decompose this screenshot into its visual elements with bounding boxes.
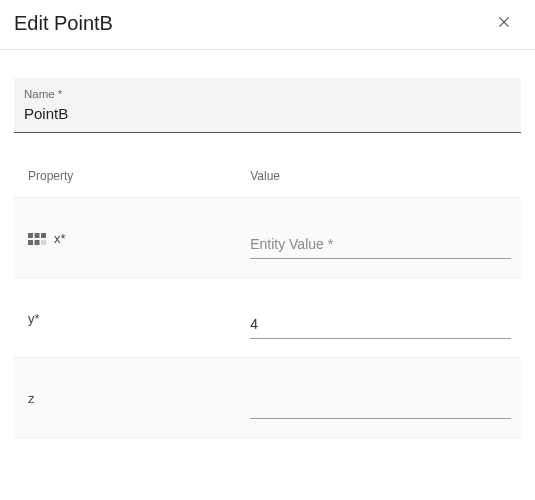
svg-rect-3 (35, 233, 40, 238)
name-label: Name * (24, 88, 511, 100)
table-row: y* (14, 278, 521, 358)
table-row: x* (14, 198, 521, 278)
dialog-content: Name * Property Value (0, 50, 535, 438)
value-cell (250, 378, 511, 419)
value-cell (250, 298, 511, 339)
table-header-row: Property Value (14, 157, 521, 198)
svg-rect-4 (41, 233, 46, 238)
property-label: z (28, 391, 35, 406)
property-label: x* (54, 231, 66, 246)
value-input-x[interactable] (250, 232, 511, 259)
value-input-z[interactable] (250, 392, 511, 419)
table-row: z (14, 358, 521, 438)
svg-rect-2 (28, 233, 33, 238)
column-header-value: Value (250, 169, 511, 183)
property-cell: x* (28, 231, 250, 246)
grid-cards-icon (28, 232, 46, 246)
name-field-container: Name * (14, 78, 521, 133)
close-icon (496, 14, 512, 34)
property-cell: y* (28, 311, 250, 326)
column-header-property: Property (28, 169, 250, 183)
table-body: x* y* z (14, 198, 521, 438)
properties-table: Property Value x* (14, 157, 521, 438)
property-cell: z (28, 391, 250, 406)
name-input[interactable] (24, 103, 511, 124)
value-cell (250, 218, 511, 259)
property-label: y* (28, 311, 40, 326)
svg-rect-7 (41, 240, 46, 245)
svg-rect-6 (35, 240, 40, 245)
close-button[interactable] (493, 13, 515, 35)
svg-rect-5 (28, 240, 33, 245)
value-input-y[interactable] (250, 312, 511, 339)
dialog-title: Edit PointB (14, 12, 113, 35)
dialog-header: Edit PointB (0, 0, 535, 50)
